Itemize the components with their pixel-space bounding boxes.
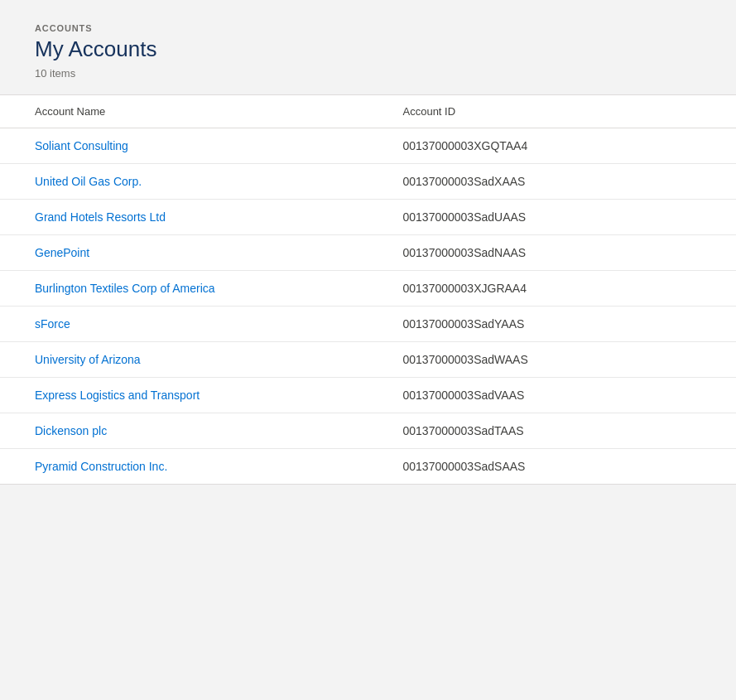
account-name-cell[interactable]: GenePoint (0, 235, 368, 271)
account-id-cell: 00137000003SadXAAS (368, 164, 737, 200)
table-row: sForce00137000003SadYAAS (0, 307, 736, 342)
header-section: ACCOUNTS My Accounts 10 items (0, 0, 736, 95)
column-header-name: Account Name (0, 95, 368, 128)
table-row: Dickenson plc00137000003SadTAAS (0, 413, 736, 449)
account-name-cell[interactable]: Express Logistics and Transport (0, 378, 368, 413)
accounts-table-container: Account Name Account ID Soliant Consulti… (0, 95, 736, 485)
table-row: Pyramid Construction Inc.00137000003SadS… (0, 449, 736, 485)
page-title: My Accounts (35, 36, 701, 62)
table-row: Grand Hotels Resorts Ltd00137000003SadUA… (0, 200, 736, 235)
account-id-cell: 00137000003SadTAAS (368, 413, 737, 449)
table-row: University of Arizona00137000003SadWAAS (0, 342, 736, 378)
table-row: Soliant Consulting00137000003XGQTAA4 (0, 128, 736, 164)
account-id-cell: 00137000003XGQTAA4 (368, 128, 737, 164)
account-id-cell: 00137000003SadYAAS (368, 307, 737, 342)
breadcrumb: ACCOUNTS (35, 23, 701, 33)
account-id-cell: 00137000003SadSAAS (368, 449, 737, 485)
table-row: United Oil Gas Corp.00137000003SadXAAS (0, 164, 736, 200)
accounts-table: Account Name Account ID Soliant Consulti… (0, 95, 736, 485)
items-count: 10 items (35, 67, 701, 80)
table-header-row: Account Name Account ID (0, 95, 736, 128)
table-row: Express Logistics and Transport001370000… (0, 378, 736, 413)
account-id-cell: 00137000003SadUAAS (368, 200, 737, 235)
account-name-cell[interactable]: United Oil Gas Corp. (0, 164, 368, 200)
table-row: Burlington Textiles Corp of America00137… (0, 271, 736, 307)
column-header-id: Account ID (368, 95, 737, 128)
account-name-cell[interactable]: Grand Hotels Resorts Ltd (0, 200, 368, 235)
account-id-cell: 00137000003SadWAAS (368, 342, 737, 378)
table-row: GenePoint00137000003SadNAAS (0, 235, 736, 271)
account-name-cell[interactable]: Soliant Consulting (0, 128, 368, 164)
account-id-cell: 00137000003SadNAAS (368, 235, 737, 271)
table-header: Account Name Account ID (0, 95, 736, 128)
account-name-cell[interactable]: University of Arizona (0, 342, 368, 378)
table-body: Soliant Consulting00137000003XGQTAA4Unit… (0, 128, 736, 485)
account-name-cell[interactable]: Dickenson plc (0, 413, 368, 449)
account-name-cell[interactable]: Burlington Textiles Corp of America (0, 271, 368, 307)
account-name-cell[interactable]: sForce (0, 307, 368, 342)
account-name-cell[interactable]: Pyramid Construction Inc. (0, 449, 368, 485)
account-id-cell: 00137000003XJGRAA4 (368, 271, 737, 307)
account-id-cell: 00137000003SadVAAS (368, 378, 737, 413)
page-container: ACCOUNTS My Accounts 10 items Account Na… (0, 0, 736, 700)
